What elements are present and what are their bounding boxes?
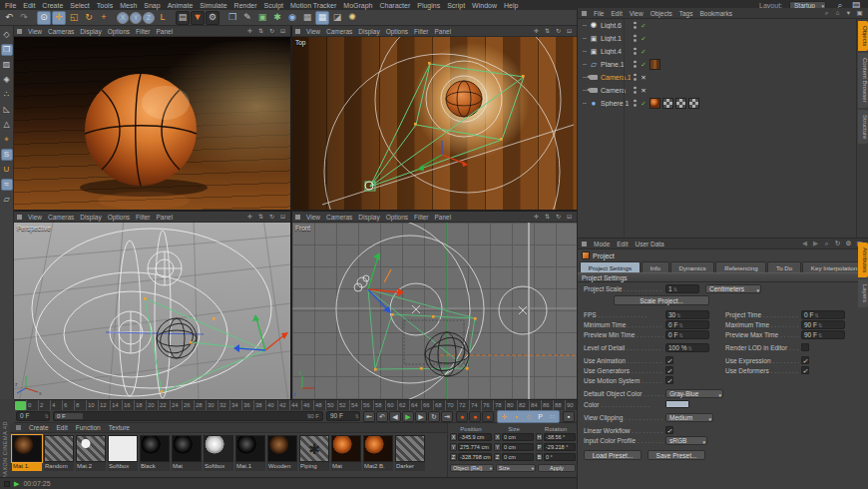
attribute-section-header[interactable]: Project Settings: [578, 272, 868, 282]
timeline-tick[interactable]: 2: [38, 400, 50, 410]
timeline-tick[interactable]: 32: [217, 400, 229, 410]
timeline-tick[interactable]: 68: [433, 400, 445, 410]
object-row[interactable]: Light.1✓: [578, 32, 856, 45]
zoom-view-icon[interactable]: ⇅: [256, 27, 265, 36]
timeline-tick[interactable]: 90: [565, 400, 577, 410]
viewport-menu-icon[interactable]: [17, 215, 22, 220]
material-thumbnail[interactable]: [363, 435, 393, 462]
coordinate-field[interactable]: 0 cm: [502, 433, 534, 441]
color-swatch[interactable]: [665, 400, 689, 408]
timeline-tick[interactable]: 18: [134, 400, 146, 410]
load-preset-button[interactable]: Load Preset...: [584, 450, 642, 460]
material-thumbnail[interactable]: [331, 435, 361, 462]
menu-item[interactable]: Animate: [168, 2, 194, 9]
back-icon[interactable]: ◀: [800, 240, 809, 248]
camera-view-canvas[interactable]: [14, 37, 290, 210]
menu-item[interactable]: Select: [70, 2, 89, 9]
timeline-tick[interactable]: 46: [301, 400, 313, 410]
timeline-tick[interactable]: 50: [325, 400, 337, 410]
timeline-tick[interactable]: 60: [385, 400, 397, 410]
viewport-menu-item[interactable]: Options: [386, 28, 408, 35]
default-object-color-dropdown[interactable]: Gray-Blue: [665, 389, 723, 398]
material-thumbnail[interactable]: [172, 435, 202, 462]
menu-item[interactable]: Create: [42, 2, 63, 9]
timeline-tick[interactable]: 72: [457, 400, 469, 410]
deformer-icon[interactable]: ✱: [270, 11, 284, 25]
model-mode-icon[interactable]: ❒: [1, 44, 13, 56]
attribute-menu-item[interactable]: Mode: [594, 241, 610, 247]
timeline-tick[interactable]: 12: [98, 400, 110, 410]
preview-max-field[interactable]: 90 F: [801, 330, 845, 339]
checker-tag-icon[interactable]: [688, 98, 699, 109]
coordinate-field[interactable]: -345.9 cm: [458, 433, 492, 441]
viewport-menu-item[interactable]: Cameras: [48, 214, 74, 221]
timeline-tick[interactable]: 38: [253, 400, 265, 410]
side-tab[interactable]: Structure: [858, 110, 868, 144]
material-thumbnail[interactable]: [76, 435, 106, 462]
visibility-dots[interactable]: [633, 47, 638, 56]
rotate-view-icon[interactable]: ↻: [554, 213, 563, 222]
environment-icon[interactable]: ◉: [285, 11, 299, 25]
menu-item[interactable]: Render: [234, 2, 257, 9]
viewport-menu-item[interactable]: Panel: [435, 28, 452, 35]
timeline-tick[interactable]: 54: [349, 400, 361, 410]
visibility-dots[interactable]: [633, 34, 638, 43]
enabled-state-icon[interactable]: ✓: [640, 35, 648, 43]
points-mode-icon[interactable]: ∴: [1, 89, 13, 101]
timeline-tick[interactable]: 42: [277, 400, 289, 410]
save-preset-button[interactable]: Save Preset...: [648, 450, 705, 460]
menu-item[interactable]: Tools: [97, 2, 113, 9]
coordinate-field[interactable]: -29.218 °: [544, 443, 576, 451]
timeline-tick[interactable]: 8: [74, 400, 86, 410]
enabled-state-icon[interactable]: ✓: [640, 22, 648, 30]
render-view-icon[interactable]: ▤: [176, 11, 190, 25]
goto-start-button[interactable]: ⇤: [363, 411, 375, 422]
camera-object-icon[interactable]: ▦: [300, 11, 314, 25]
menu-item[interactable]: Script: [447, 2, 465, 9]
object-manager-menu-item[interactable]: Edit: [611, 10, 622, 17]
menu-item[interactable]: File: [5, 2, 16, 9]
viewport-camera[interactable]: ViewCamerasDisplayOptionsFilterPanel ✛⇅↻…: [14, 26, 290, 210]
viewport-menu-item[interactable]: Panel: [435, 214, 452, 221]
viewport-menu-item[interactable]: View: [306, 214, 320, 221]
object-row[interactable]: Light.4✓: [578, 45, 856, 58]
timeline-tick[interactable]: 24: [170, 400, 182, 410]
maximize-view-icon[interactable]: ⊡: [278, 27, 287, 36]
scale-project-button[interactable]: Scale Project...: [614, 295, 709, 305]
rotate-view-icon[interactable]: ↻: [554, 27, 563, 36]
menu-item[interactable]: Window: [472, 2, 497, 9]
coordinate-field[interactable]: 0 °: [544, 453, 576, 461]
viewport-menu-item[interactable]: Cameras: [326, 28, 352, 35]
timeline-tick[interactable]: 34: [229, 400, 241, 410]
material-menu-item[interactable]: Create: [29, 424, 49, 431]
side-tab[interactable]: Content Browser: [858, 53, 868, 108]
timeline-tick[interactable]: 10: [86, 400, 98, 410]
coordinate-field[interactable]: 0 cm: [502, 443, 534, 451]
viewport-menu-item[interactable]: Cameras: [48, 28, 74, 35]
object-row[interactable]: Camera✕: [578, 84, 856, 97]
project-scale-unit-dropdown[interactable]: Centimeters: [705, 284, 761, 293]
timeline-tick[interactable]: 44: [289, 400, 301, 410]
zoom-view-icon[interactable]: ⇅: [256, 213, 265, 222]
object-manager-menu-item[interactable]: Tags: [679, 10, 693, 17]
material-item[interactable]: Mat.2: [76, 435, 106, 471]
viewport-menu-item[interactable]: Filter: [136, 214, 150, 221]
material-item[interactable]: Mat.1: [235, 435, 265, 471]
viewport-menu-item[interactable]: Options: [108, 28, 130, 35]
zoom-view-icon[interactable]: ⇅: [543, 27, 552, 36]
timeline-tick[interactable]: 62: [397, 400, 409, 410]
viewport-menu-item[interactable]: Filter: [414, 28, 428, 35]
record-position-icon[interactable]: ✛: [499, 411, 510, 422]
material-item[interactable]: Mat 1.: [12, 435, 42, 471]
material-thumbnail[interactable]: [267, 435, 297, 462]
level-of-detail-field[interactable]: 100 %: [665, 343, 709, 352]
object-name[interactable]: Camera.1: [601, 74, 631, 81]
viewport-menu-item[interactable]: Panel: [157, 28, 174, 35]
timeline-tick[interactable]: 36: [241, 400, 253, 410]
timeline-tick[interactable]: 84: [529, 400, 541, 410]
play-button[interactable]: ▶: [402, 411, 414, 422]
render-region-icon[interactable]: ▼: [191, 11, 205, 25]
viewport-menu-item[interactable]: View: [306, 28, 320, 35]
timeline-tick[interactable]: 16: [122, 400, 134, 410]
object-name[interactable]: Sphere.1: [601, 100, 631, 107]
